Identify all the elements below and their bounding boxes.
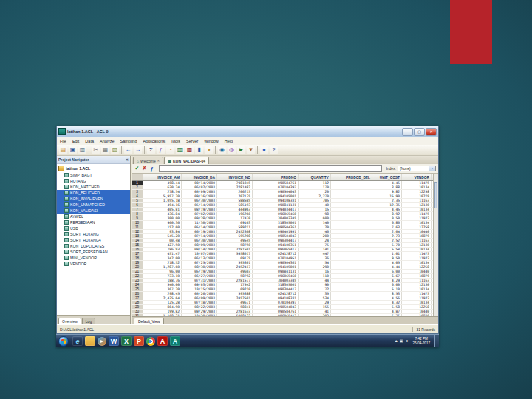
expression-icon[interactable]: ƒ [157,146,165,154]
column-header-invoice_no[interactable]: INVOICE_NO [217,174,253,180]
paste-icon[interactable]: ▧ [111,146,119,154]
column-header-quantity[interactable]: QUANTITY [299,174,331,180]
column-header-prodcd_del[interactable]: PRODCD_DEL [331,174,372,180]
taskbar-media-player-icon[interactable]: ► [98,337,106,346]
open-project-icon[interactable]: ▤ [59,146,67,154]
clear-filter-icon[interactable]: ✗ [141,166,148,172]
copy-icon[interactable]: ▦ [101,146,109,154]
tab-close-icon[interactable]: ✕ [157,159,160,163]
print-icon[interactable]: ▥ [78,146,86,154]
histogram-icon[interactable]: ▮ [195,146,203,154]
menu-sampling[interactable]: Sampling [117,139,140,143]
filter-input[interactable] [159,165,382,172]
menu-window[interactable]: Window [201,139,222,143]
tree-item-aywbl[interactable]: AYWBL [57,214,130,219]
tree-item-usb[interactable]: USB [57,225,130,231]
column-header-vendor[interactable]: VENDOR [402,174,432,180]
menu-analyze[interactable]: Analyze [97,139,117,143]
taskbar-powerpoint-icon[interactable]: P [134,336,144,346]
taskbar-acrobat-icon[interactable]: A [157,336,168,346]
tree-item-hutang[interactable]: HUTANG [57,178,130,184]
tree-item-sort_persediaan[interactable]: SORT_PERSEDIAAN [57,249,130,255]
stratify-icon[interactable]: ▥ [176,146,184,154]
taskbar-word-icon[interactable]: W [109,336,119,346]
extract-data-icon[interactable]: ► [237,146,245,154]
cell: 69163 [217,221,253,225]
tray-network-icon[interactable]: ▣ [400,339,403,343]
join-tables-icon[interactable]: ◉ [218,146,226,154]
maximize-button[interactable]: ▢ [414,128,425,136]
tree-item-vendor[interactable]: VENDOR [57,261,130,267]
column-header-invoice_am[interactable]: INVOICE_AM [143,174,182,180]
tree-item-kon_beliched[interactable]: KON_BELICHED [57,190,130,196]
column-header-prodno[interactable]: PRODNO [253,174,299,180]
show-desktop-button[interactable] [434,335,439,347]
column-header-invoice_da[interactable]: INVOICE_DA [182,174,217,180]
taskbar-explorer-icon[interactable] [85,336,95,346]
tree-item-kon_invalidven[interactable]: KON_INVALIDVEN [57,196,130,202]
cell [331,181,372,185]
navigator-close-icon[interactable]: ✕ [126,157,129,162]
menu-edit[interactable]: Edit [69,139,82,143]
cell: 12258 [402,225,432,229]
tree-root-label: latihan 1.ACL [66,166,90,171]
tray-volume-icon[interactable]: ◄ [405,339,409,343]
nav-tab-log[interactable]: Log [82,318,95,324]
scrollbar-thumb[interactable] [434,182,437,208]
tree-item-persediaan[interactable]: PERSEDIAAN [57,219,130,225]
status-project-path: D:\ACL\latihan1.ACL [60,327,94,332]
minimize-button[interactable]: – [402,128,413,136]
classify-icon[interactable]: ▩ [185,146,194,154]
view-tab-default[interactable]: Default_View [134,318,164,324]
menu-data[interactable]: Data [82,139,97,143]
tree-root-project[interactable]: latihan 1.ACL [57,165,130,172]
nav-tab-overview[interactable]: Overview [58,318,81,324]
title-bar[interactable]: latihan 1.ACL - ACL 9 – ▢ ✕ [57,126,438,137]
tree-item-kon_matched[interactable]: KON_MATCHED [57,184,130,190]
tray-show-hidden-icon[interactable]: ▲ [395,339,398,343]
column-header-unit_cost[interactable]: UNIT_COST [372,174,402,180]
web-icon[interactable]: ● [260,146,268,154]
tree-item-simp_bagt[interactable]: SIMP_BAGT [57,172,130,178]
relate-tables-icon[interactable]: ◎ [228,146,236,154]
apply-filter-icon[interactable]: ✓ [134,166,140,172]
sample-records-icon[interactable]: ◔ [166,146,174,154]
vertical-scrollbar[interactable] [433,174,438,316]
navigator-tabs: OverviewLog [57,315,130,324]
taskbar-chrome-icon[interactable] [146,337,155,346]
document-tab-kon_validasi-04[interactable]: ▦KON_VALIDASI-04 [164,157,209,164]
cell: 024128712 [253,292,299,296]
menu-help[interactable]: Help [222,139,236,143]
export-data-icon[interactable]: ▼ [247,146,255,154]
tree-item-sort_hutang[interactable]: SORT_HUTANG [57,231,130,237]
cut-icon[interactable]: ✂ [92,146,100,154]
tree-item-kon_unmatched[interactable]: KON_UNMATCHED [57,202,130,208]
menu-applications[interactable]: Applications [140,139,168,143]
age-analysis-icon[interactable]: ◑ [205,146,213,154]
tree-item-mini_vendor[interactable]: MINI_VENDOR [57,255,130,261]
tree-item-kon_validasi[interactable]: KON_VALIDASI [57,208,130,214]
document-tab-welcome[interactable]: ⌂Welcome✕ [133,157,163,164]
index-value: (None) [400,167,411,171]
slide-accent-block [450,0,492,64]
menu-tools[interactable]: Tools [168,139,183,143]
help-icon[interactable]: ? [270,146,278,154]
expression-builder-icon[interactable]: ƒ [149,166,155,172]
taskbar-excel-icon[interactable]: X [121,336,132,346]
main-area: ⌂Welcome✕▦KON_VALIDASI-04 ✓✗ƒ Index: (No… [132,156,438,324]
menu-server[interactable]: Server [183,139,201,143]
tree-item-kon_duplicates[interactable]: KON_DUPLICATES [57,243,130,249]
taskbar-acl-icon[interactable]: A [170,336,180,346]
table-icon [64,179,69,183]
menu-file[interactable]: File [57,139,69,143]
save-project-icon[interactable]: ▣ [69,146,77,154]
taskbar-ie-icon[interactable]: e [72,336,83,346]
total-fields-icon[interactable]: Σ [147,146,155,154]
index-select[interactable]: (None) ▼ [398,166,436,171]
taskbar-clock[interactable]: 7:42 PM 25-04-2017 [411,337,433,345]
undo-icon[interactable]: ← [124,146,132,154]
close-button[interactable]: ✕ [426,128,437,136]
start-button[interactable] [58,336,69,347]
tree-item-sort_hutang4[interactable]: SORT_HUTANG4 [57,237,130,243]
redo-icon[interactable]: → [134,146,142,154]
